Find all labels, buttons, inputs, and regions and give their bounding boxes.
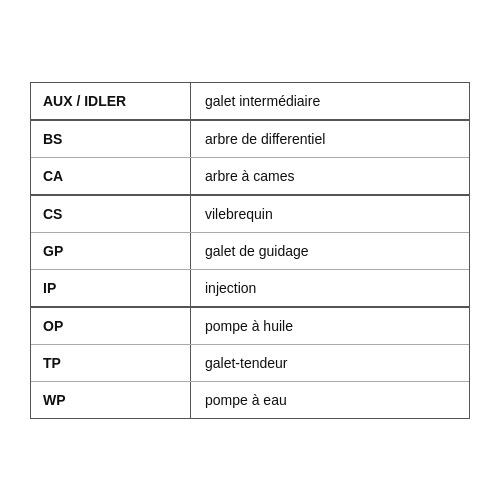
cell-value: galet de guidage [191, 233, 469, 269]
abbreviation-table: AUX / IDLERgalet intermédiaireBSarbre de… [30, 82, 470, 419]
cell-key: OP [31, 308, 191, 344]
cell-key: GP [31, 233, 191, 269]
cell-value: galet-tendeur [191, 345, 469, 381]
table-row: IPinjection [31, 270, 469, 308]
cell-key: IP [31, 270, 191, 306]
table-row: OPpompe à huile [31, 308, 469, 345]
cell-key: TP [31, 345, 191, 381]
cell-value: arbre à cames [191, 158, 469, 194]
cell-value: galet intermédiaire [191, 83, 469, 119]
cell-value: arbre de differentiel [191, 121, 469, 157]
table-row: TPgalet-tendeur [31, 345, 469, 382]
table-row: GPgalet de guidage [31, 233, 469, 270]
cell-key: BS [31, 121, 191, 157]
table-row: CSvilebrequin [31, 196, 469, 233]
cell-value: vilebrequin [191, 196, 469, 232]
cell-key: WP [31, 382, 191, 418]
cell-key: CS [31, 196, 191, 232]
cell-key: AUX / IDLER [31, 83, 191, 119]
cell-value: injection [191, 270, 469, 306]
table-row: BSarbre de differentiel [31, 121, 469, 158]
table-row: WPpompe à eau [31, 382, 469, 418]
cell-value: pompe à eau [191, 382, 469, 418]
cell-key: CA [31, 158, 191, 194]
table-row: CAarbre à cames [31, 158, 469, 196]
table-row: AUX / IDLERgalet intermédiaire [31, 83, 469, 121]
cell-value: pompe à huile [191, 308, 469, 344]
